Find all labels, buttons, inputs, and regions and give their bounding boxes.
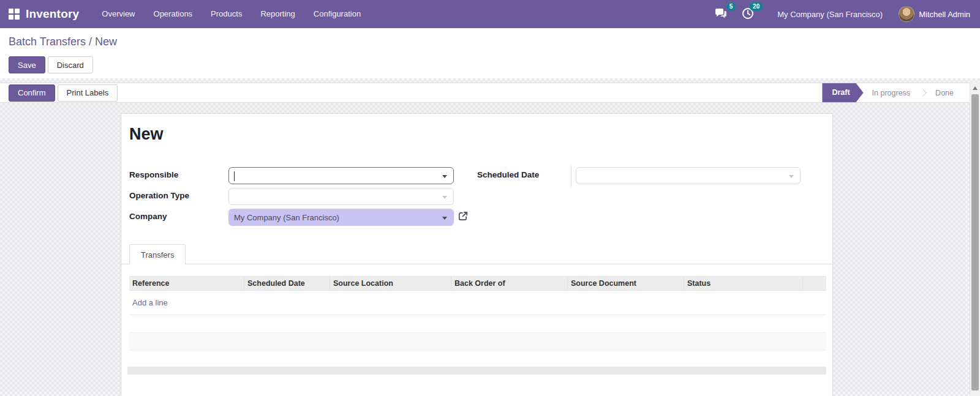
page: Inventory Overview Operations Products R… (0, 0, 980, 396)
col-status[interactable]: Status (684, 276, 803, 291)
responsible-label: Responsible (129, 170, 178, 179)
nav-item-overview[interactable]: Overview (92, 0, 144, 28)
nav-item-configuration[interactable]: Configuration (304, 0, 370, 28)
company-switcher[interactable]: My Company (San Francisco) (777, 10, 883, 19)
nav-item-operations[interactable]: Operations (145, 0, 202, 28)
text-cursor (234, 171, 235, 181)
scrollbar-thumb[interactable] (971, 94, 979, 390)
activities-button[interactable]: 20 (741, 6, 756, 22)
messages-count-badge: 5 (726, 2, 736, 11)
table-header-row: Reference Scheduled Date Source Location… (129, 276, 826, 291)
col-source-document[interactable]: Source Document (568, 276, 684, 291)
app-brand[interactable]: Inventory (26, 7, 79, 21)
scheduled-date-input[interactable] (576, 167, 801, 184)
discard-button[interactable]: Discard (48, 56, 93, 73)
external-link-icon[interactable] (458, 211, 469, 224)
tab-transfers[interactable]: Transfers (129, 244, 186, 265)
field-group-divider (571, 166, 571, 187)
background-gap (0, 78, 980, 83)
breadcrumb-separator: / (86, 35, 95, 48)
chevron-separator-icon (919, 89, 927, 97)
horizontal-scrollbar[interactable] (127, 367, 826, 375)
add-a-line-link[interactable]: Add a line (129, 298, 168, 307)
apps-grid-icon[interactable] (9, 9, 20, 20)
vertical-scrollbar[interactable] (970, 83, 980, 396)
operation-type-input[interactable] (228, 188, 454, 205)
nav-item-reporting[interactable]: Reporting (251, 0, 304, 28)
top-navbar: Inventory Overview Operations Products R… (0, 0, 980, 28)
dropdown-caret-icon[interactable] (442, 175, 447, 178)
scroll-up-arrow-icon[interactable] (973, 86, 978, 90)
breadcrumb-current: New (95, 35, 117, 48)
user-menu[interactable]: Mitchell Admin (919, 10, 970, 19)
status-step-in-progress[interactable]: In progress (864, 89, 919, 97)
user-avatar[interactable] (899, 6, 914, 22)
table-row (129, 315, 826, 333)
breadcrumb: Batch Transfers / New (9, 35, 117, 48)
confirm-button[interactable]: Confirm (9, 84, 55, 102)
company-input[interactable]: My Company (San Francisco) (228, 209, 454, 226)
company-label: Company (129, 212, 167, 221)
status-steps: Draft In progress Done (822, 83, 962, 102)
col-blank (803, 276, 826, 291)
table-row (129, 333, 826, 351)
nav-item-products[interactable]: Products (202, 0, 251, 28)
responsible-input[interactable] (228, 167, 454, 184)
record-title: New (129, 125, 164, 144)
form-sheet: New Responsible Operation Type Company M… (121, 113, 833, 396)
transfers-table: Reference Scheduled Date Source Location… (129, 276, 826, 368)
dropdown-caret-icon[interactable] (442, 217, 447, 220)
form-view-area: New Responsible Operation Type Company M… (0, 103, 970, 396)
col-scheduled-date[interactable]: Scheduled Date (244, 276, 330, 291)
company-value: My Company (San Francisco) (234, 213, 339, 222)
scheduled-date-label: Scheduled Date (477, 170, 539, 179)
col-back-order-of[interactable]: Back Order of (451, 276, 568, 291)
status-step-done[interactable]: Done (927, 89, 962, 97)
notebook-tabs: Transfers (121, 244, 832, 264)
operation-type-label: Operation Type (129, 191, 189, 200)
col-reference[interactable]: Reference (129, 276, 244, 291)
add-line-row: Add a line (129, 291, 826, 315)
form-statusbar: Confirm Print Labels Draft In progress D… (0, 83, 970, 103)
activities-count-badge: 20 (750, 2, 763, 11)
print-labels-button[interactable]: Print Labels (58, 84, 118, 102)
messages-button[interactable]: 5 (714, 6, 729, 22)
control-panel: Batch Transfers / New Save Discard (0, 28, 980, 78)
breadcrumb-parent[interactable]: Batch Transfers (9, 35, 86, 48)
status-step-draft[interactable]: Draft (822, 83, 863, 102)
save-button[interactable]: Save (9, 56, 45, 73)
dropdown-caret-icon[interactable] (789, 175, 794, 178)
dropdown-caret-icon[interactable] (442, 196, 447, 199)
table-row (129, 351, 826, 368)
col-source-location[interactable]: Source Location (330, 276, 451, 291)
